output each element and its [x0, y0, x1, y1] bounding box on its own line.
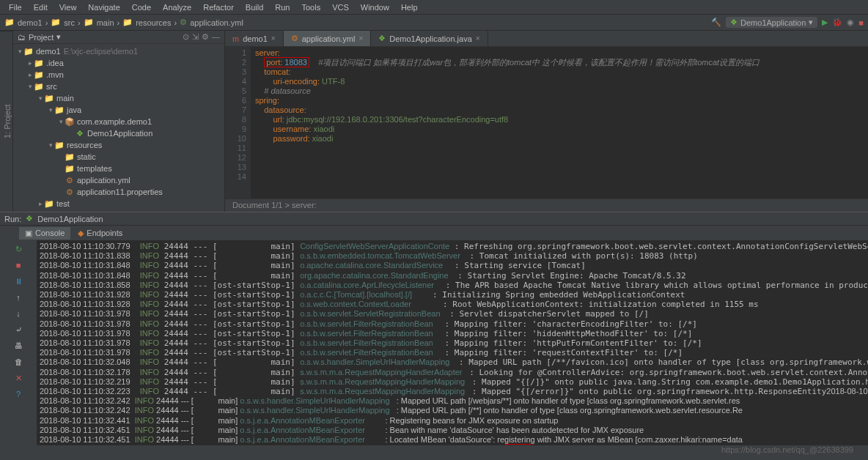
- crumb-src[interactable]: src: [64, 18, 75, 27]
- console-output[interactable]: 2018-08-10 11:10:30.779 INFO 24444 --- […: [37, 240, 868, 445]
- navigation-bar: 📁demo1 › 📁src › 📁main › 📁resources › ⚙ap…: [0, 15, 868, 31]
- expand-icon[interactable]: ⇲: [192, 32, 199, 42]
- build-icon[interactable]: 🔨: [711, 18, 721, 27]
- collapse-icon[interactable]: ⊙: [183, 32, 189, 42]
- menu-analyze[interactable]: Analyze: [157, 1, 197, 13]
- toolbar-right: 🔨 ❖ Demo1Application ▾ ▶ 🐞 ◉ ■: [711, 17, 864, 28]
- crumb-resources[interactable]: resources: [136, 18, 171, 27]
- maven-icon: m: [232, 34, 239, 43]
- tab-label: Endpoints: [87, 229, 122, 237]
- tree-props[interactable]: application11.properties: [77, 188, 163, 196]
- tree-mvn[interactable]: .mvn: [46, 70, 64, 79]
- endpoints-icon: ◆: [78, 229, 84, 238]
- run-button[interactable]: ▶: [822, 18, 828, 27]
- tree-root[interactable]: demo1: [36, 47, 61, 56]
- run-config-name: Demo1Application: [37, 215, 103, 223]
- soft-wrap-icon[interactable]: ⤶: [12, 324, 24, 335]
- tree-main[interactable]: main: [56, 94, 74, 103]
- panel-title: Project: [29, 33, 54, 42]
- editor-area: mdemo1× ⚙application.yml× ❖Demo1Applicat…: [225, 31, 868, 212]
- tab-label: application.yml: [302, 34, 356, 43]
- coverage-button[interactable]: ◉: [847, 18, 854, 27]
- project-tree[interactable]: ▾📁demo1E:\xjc-eclipse\demo1 ▸📁.idea ▸📁.m…: [13, 44, 224, 212]
- tab-demo1[interactable]: mdemo1×: [225, 31, 284, 46]
- menu-refactor[interactable]: Refactor: [197, 1, 240, 13]
- menu-help[interactable]: Help: [395, 1, 424, 13]
- console-icon: ▣: [25, 229, 32, 238]
- tool-structure[interactable]: 7: Structure: [0, 31, 2, 212]
- folder-icon: 📁: [84, 18, 94, 27]
- help-icon[interactable]: ?: [12, 388, 24, 400]
- spring-icon: ❖: [26, 214, 33, 223]
- run-label: Run:: [4, 215, 21, 223]
- folder-icon: 📁: [51, 18, 61, 27]
- tab-label: Console: [35, 229, 65, 237]
- tab-endpoints[interactable]: ◆Endpoints: [72, 227, 128, 240]
- tree-root-path: E:\xjc-eclipse\demo1: [64, 47, 139, 56]
- close-red-icon[interactable]: ✕: [12, 372, 24, 384]
- crumb-main[interactable]: main: [97, 18, 114, 27]
- menu-vcs[interactable]: VCS: [326, 1, 355, 13]
- menu-file[interactable]: File: [3, 1, 28, 13]
- pause-icon[interactable]: ⏸: [12, 275, 24, 287]
- menu-code[interactable]: Code: [126, 1, 157, 13]
- menu-navigate[interactable]: Navigate: [82, 1, 125, 13]
- tree-resources[interactable]: resources: [67, 141, 102, 149]
- print-icon[interactable]: 🖶: [12, 340, 24, 352]
- menu-tools[interactable]: Tools: [295, 1, 326, 13]
- down-icon[interactable]: ↓: [12, 308, 24, 319]
- tree-src[interactable]: src: [46, 82, 57, 91]
- settings-icon[interactable]: ⚙: [202, 32, 209, 42]
- project-panel: 🗂 Project ▾ ⊙ ⇲ ⚙ — ▾📁demo1E:\xjc-eclips…: [13, 31, 225, 212]
- stop-button[interactable]: ■: [858, 18, 864, 27]
- tree-pkg[interactable]: com.example.demo1: [77, 117, 152, 126]
- editor[interactable]: 1234567891011121314 server: port: 18083 …: [225, 47, 868, 199]
- editor-breadcrumb: Document 1/1 > server:: [225, 199, 868, 212]
- tree-idea[interactable]: .idea: [46, 59, 64, 67]
- run-tool-window: Run: ❖ Demo1Application ▣Console ◆Endpoi…: [0, 212, 868, 445]
- menu-edit[interactable]: Edit: [28, 1, 54, 13]
- tab-console[interactable]: ▣Console: [19, 227, 70, 240]
- folder-icon: 📁: [122, 18, 133, 27]
- tree-java[interactable]: java: [67, 105, 81, 114]
- close-icon[interactable]: ×: [476, 34, 480, 42]
- yaml-icon: ⚙: [180, 18, 187, 27]
- menu-run[interactable]: Run: [269, 1, 295, 13]
- code-area[interactable]: server: port: 18083 #项目访问端口 如果将项目打成war包，…: [251, 47, 868, 199]
- up-icon[interactable]: ↑: [12, 292, 24, 303]
- tab-demo1application[interactable]: ❖Demo1Application.java×: [371, 31, 488, 46]
- close-icon[interactable]: ×: [271, 34, 276, 42]
- yaml-icon: ⚙: [291, 34, 298, 43]
- spring-icon: ❖: [730, 18, 738, 27]
- folder-icon: 📁: [4, 18, 15, 27]
- tab-application-yml[interactable]: ⚙application.yml×: [284, 31, 372, 46]
- crumb-file[interactable]: application.yml: [190, 18, 243, 27]
- tree-static[interactable]: static: [77, 152, 96, 161]
- debug-button[interactable]: 🐞: [832, 18, 842, 27]
- tree-app-class[interactable]: Demo1Application: [87, 129, 152, 138]
- breadcrumb[interactable]: 📁demo1 › 📁src › 📁main › 📁resources › ⚙ap…: [4, 18, 243, 27]
- tree-test[interactable]: test: [56, 199, 70, 208]
- rerun-button[interactable]: ↻: [12, 243, 24, 255]
- tool-project[interactable]: 1: Project: [2, 31, 12, 212]
- menu-view[interactable]: View: [54, 1, 83, 13]
- menu-build[interactable]: Build: [240, 1, 269, 13]
- tree-target[interactable]: target: [46, 211, 67, 212]
- menu-window[interactable]: Window: [355, 1, 395, 13]
- run-config-selector[interactable]: ❖ Demo1Application ▾: [726, 17, 817, 28]
- editor-tabs: mdemo1× ⚙application.yml× ❖Demo1Applicat…: [225, 31, 868, 47]
- hide-icon[interactable]: —: [212, 32, 220, 42]
- run-config-label: Demo1Application: [740, 18, 806, 27]
- run-toolbar: ↻ ■ ⏸ ↑ ↓ ⤶ 🖶 🗑 ✕ ?: [0, 240, 37, 445]
- tree-yml[interactable]: application.yml: [77, 176, 130, 185]
- tab-label: Demo1Application.java: [389, 34, 472, 43]
- crumb-project[interactable]: demo1: [18, 18, 43, 27]
- stop-button[interactable]: ■: [12, 259, 24, 271]
- tree-templates[interactable]: templates: [77, 164, 112, 173]
- left-tool-strip: 1: Project 7: Structure: [0, 31, 13, 212]
- watermark: https://blog.csdn.net/qq_@22638399: [721, 445, 853, 454]
- tab-label: demo1: [243, 34, 268, 43]
- menu-bar: File Edit View Navigate Code Analyze Ref…: [0, 0, 868, 15]
- clear-icon[interactable]: 🗑: [12, 356, 24, 368]
- close-icon[interactable]: ×: [358, 34, 363, 42]
